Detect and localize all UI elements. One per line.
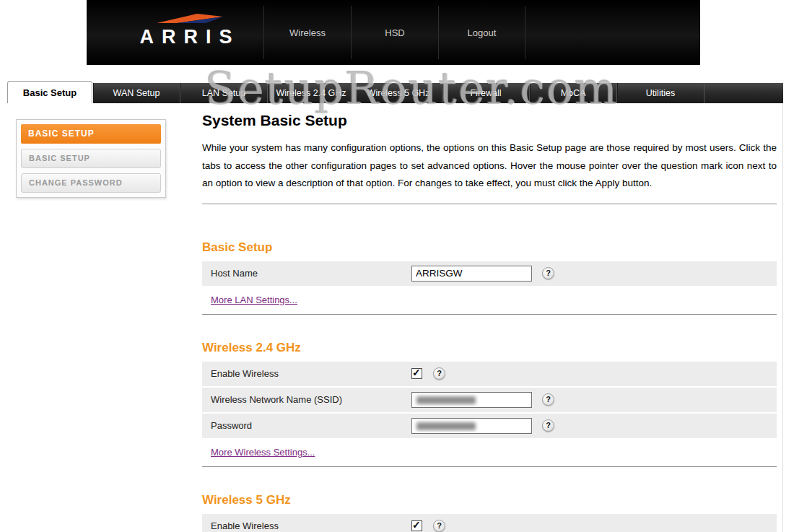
row-enable-wireless-5: Enable Wireless ? [202, 514, 777, 532]
host-name-input[interactable] [411, 266, 532, 282]
main-panel: System Basic Setup While your system has… [202, 112, 777, 532]
tab-lan-setup[interactable]: LAN Setup [180, 83, 268, 103]
intro-text: While your system has many configuration… [202, 139, 777, 193]
row-controls: ? [411, 418, 554, 434]
enable-wireless-label: Enable Wireless [211, 520, 411, 531]
enable-wireless-24-checkbox[interactable] [411, 368, 422, 379]
row-enable-wireless-24: Enable Wireless ? [202, 362, 777, 386]
tab-utilities[interactable]: Utilities [617, 83, 704, 103]
content-area: BASIC SETUP BASIC SETUP CHANGE PASSWORD … [0, 103, 783, 532]
more-lan-settings-link[interactable]: More LAN Settings... [211, 295, 297, 305]
sidebar-item-change-password[interactable]: CHANGE PASSWORD [21, 173, 161, 193]
ssid-field-wrap [411, 392, 532, 408]
ssid-input[interactable] [411, 392, 532, 408]
top-nav: Wireless HSD Logout [263, 6, 525, 59]
tab-firewall[interactable]: Firewall [442, 83, 530, 103]
page-title: System Basic Setup [202, 112, 777, 129]
row-password: Password ? [202, 414, 777, 438]
top-header: ARRIS Wireless HSD Logout [87, 0, 700, 65]
tab-basic-setup[interactable]: Basic Setup [7, 81, 92, 103]
row-controls: ? [411, 367, 445, 380]
help-icon[interactable]: ? [542, 267, 554, 279]
more-wireless-settings-link[interactable]: More Wireless Settings... [211, 447, 315, 458]
row-controls: ? [411, 392, 554, 408]
host-name-field-wrap [411, 266, 532, 282]
top-nav-hsd[interactable]: HSD [351, 6, 438, 59]
tab-wan-setup[interactable]: WAN Setup [93, 83, 180, 103]
divider [202, 204, 777, 204]
top-nav-logout[interactable]: Logout [438, 6, 525, 59]
section-heading-wireless-24ghz: Wireless 2.4 GHz [202, 341, 777, 355]
section-heading-wireless-5ghz: Wireless 5 GHz [202, 493, 777, 507]
row-controls: ? [411, 520, 445, 532]
tab-bar: WAN Setup LAN Setup Wireless 2.4 GHz Wir… [0, 82, 783, 103]
row-controls: ? [411, 266, 554, 282]
arris-swoosh-icon [152, 13, 227, 25]
help-icon[interactable]: ? [433, 367, 445, 380]
tab-strip: WAN Setup LAN Setup Wireless 2.4 GHz Wir… [93, 83, 783, 103]
enable-wireless-label: Enable Wireless [211, 368, 411, 379]
password-label: Password [211, 420, 411, 431]
divider [202, 466, 777, 467]
top-nav-wireless[interactable]: Wireless [263, 6, 351, 59]
password-input[interactable] [411, 418, 532, 434]
more-link-row: More LAN Settings... [202, 293, 777, 306]
arris-logo: ARRIS [121, 13, 258, 48]
tab-wireless-24ghz[interactable]: Wireless 2.4 GHz [268, 83, 355, 103]
section-heading-basic-setup: Basic Setup [202, 240, 777, 255]
password-field-wrap [411, 418, 532, 434]
row-ssid: Wireless Network Name (SSID) ? [202, 388, 777, 412]
help-icon[interactable]: ? [433, 520, 445, 532]
tab-wireless-5ghz[interactable]: Wireless 5 GHz [355, 83, 442, 103]
tab-moca[interactable]: MoCA [530, 83, 617, 103]
host-name-label: Host Name [211, 268, 411, 279]
ssid-label: Wireless Network Name (SSID) [211, 394, 411, 405]
row-host-name: Host Name ? [202, 261, 777, 286]
sidebar-header: BASIC SETUP [21, 124, 161, 144]
enable-wireless-5-checkbox[interactable] [411, 520, 422, 531]
more-link-row: More Wireless Settings... [202, 445, 777, 458]
sidebar: BASIC SETUP BASIC SETUP CHANGE PASSWORD [16, 119, 166, 198]
sidebar-item-basic-setup[interactable]: BASIC SETUP [21, 149, 161, 168]
help-icon[interactable]: ? [542, 393, 554, 406]
help-icon[interactable]: ? [542, 419, 554, 432]
brand-text: ARRIS [121, 26, 258, 48]
divider [202, 314, 777, 315]
